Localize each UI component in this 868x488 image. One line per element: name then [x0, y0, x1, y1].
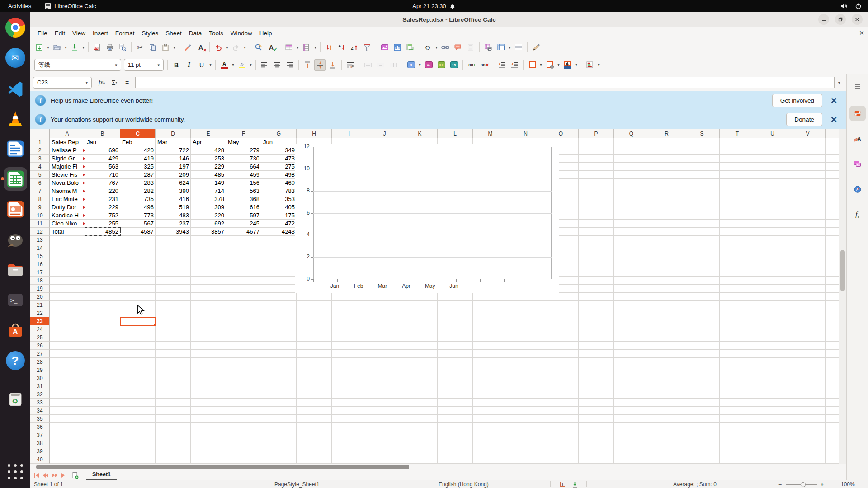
cell-G4[interactable]: 275: [261, 163, 297, 171]
menu-data[interactable]: Data: [185, 28, 206, 38]
cell-B2[interactable]: 696: [85, 146, 120, 155]
highlight-color-button[interactable]: [236, 59, 248, 71]
row-header-37[interactable]: 37: [30, 431, 50, 439]
cell-G3[interactable]: 473: [261, 155, 297, 163]
close-infobar-icon[interactable]: ✕: [827, 96, 842, 106]
cell-F9[interactable]: 616: [226, 203, 261, 211]
row-header-21[interactable]: 21: [30, 301, 50, 309]
borders-button[interactable]: [526, 59, 538, 71]
spelling-button[interactable]: A✓: [265, 42, 277, 53]
menu-help[interactable]: Help: [256, 28, 276, 38]
last-sheet-button[interactable]: [60, 471, 67, 479]
cell-F10[interactable]: 597: [226, 211, 261, 220]
row-header-10[interactable]: 10: [30, 211, 50, 220]
column-header-K[interactable]: K: [402, 129, 438, 138]
menu-file[interactable]: File: [34, 28, 51, 38]
align-top-button[interactable]: [302, 59, 313, 71]
row-header-15[interactable]: 15: [30, 252, 50, 260]
sidebar-tab-sidebar-settings[interactable]: [849, 79, 866, 94]
cell-G12[interactable]: 4243: [261, 228, 297, 236]
cell-B3[interactable]: 429: [85, 155, 120, 163]
cell-C9[interactable]: 496: [120, 203, 156, 211]
special-character-button[interactable]: Ω: [422, 42, 434, 53]
dock-terminal[interactable]: >_: [4, 288, 27, 312]
column-header-M[interactable]: M: [473, 129, 508, 138]
insert-pivot-table-button[interactable]: [404, 42, 416, 53]
name-box[interactable]: C23 ▾: [33, 77, 92, 89]
dock-ubuntu-software[interactable]: A: [4, 319, 27, 342]
cell-D4[interactable]: 197: [156, 163, 191, 171]
sidebar-tab-gallery[interactable]: [849, 156, 866, 172]
cell-E2[interactable]: 428: [191, 146, 226, 155]
insert-chart-button[interactable]: [392, 42, 403, 53]
column-header-A[interactable]: A: [50, 129, 85, 138]
average-sum-status[interactable]: Average: ; Sum: 0: [673, 481, 717, 488]
align-left-button[interactable]: [259, 59, 270, 71]
clear-formatting-button[interactable]: A✕: [195, 42, 207, 53]
cut-button[interactable]: ✂: [134, 42, 146, 53]
cell-D6[interactable]: 624: [156, 179, 191, 187]
row-header-30[interactable]: 30: [30, 374, 50, 382]
cell-B10[interactable]: 752: [85, 211, 120, 220]
cell-G11[interactable]: 472: [261, 220, 297, 228]
close-button[interactable]: [852, 14, 863, 25]
row-header-1[interactable]: 1: [30, 138, 50, 146]
menu-view[interactable]: View: [69, 28, 89, 38]
sidebar-tab-navigator[interactable]: [849, 182, 866, 197]
dock-files[interactable]: [4, 258, 27, 282]
border-style-dropdown[interactable]: ▾: [556, 63, 561, 67]
cell-B12[interactable]: 4852: [85, 228, 120, 236]
titlebar[interactable]: SalesRep.xlsx - LibreOffice Calc: [30, 12, 868, 27]
clock-menu[interactable]: Apr 21 23:30: [412, 3, 455, 9]
function-wizard-button[interactable]: fxx: [96, 77, 108, 88]
print-button[interactable]: [104, 42, 116, 53]
increase-indent-button[interactable]: [496, 59, 508, 71]
column-header-I[interactable]: I: [332, 129, 367, 138]
cell-C7[interactable]: 282: [120, 187, 156, 195]
menu-format[interactable]: Format: [112, 28, 138, 38]
font-size-combo[interactable]: 11 pt▾: [124, 59, 164, 71]
sum-button[interactable]: Σ▾: [108, 77, 120, 88]
underline-button[interactable]: U: [196, 59, 208, 71]
cell-C12[interactable]: 4587: [120, 228, 156, 236]
column-header-T[interactable]: T: [720, 129, 755, 138]
redo-dropdown[interactable]: ▾: [242, 46, 247, 50]
language-status[interactable]: English (Hong Kong): [439, 481, 489, 488]
cell-G7[interactable]: 783: [261, 187, 297, 195]
cell-C11[interactable]: 567: [120, 220, 156, 228]
cell-E12[interactable]: 3857: [191, 228, 226, 236]
cell-G1[interactable]: Jun: [261, 138, 297, 146]
insert-row-button[interactable]: [283, 42, 295, 53]
draw-functions-button[interactable]: [530, 42, 542, 53]
donate-button[interactable]: Donate: [786, 113, 822, 126]
dock-app-grid[interactable]: [4, 460, 27, 483]
cell-A6[interactable]: Nova Bolo: [50, 179, 85, 187]
zoom-level[interactable]: 100%: [841, 481, 855, 488]
menu-edit[interactable]: Edit: [51, 28, 69, 38]
row-header-4[interactable]: 4: [30, 163, 50, 171]
cell-D2[interactable]: 722: [156, 146, 191, 155]
row-header-14[interactable]: 14: [30, 244, 50, 252]
conditional-formatting-dropdown[interactable]: ▾: [596, 63, 601, 67]
row-header-22[interactable]: 22: [30, 309, 50, 317]
sheet-tab-sheet1[interactable]: Sheet1: [86, 470, 117, 480]
print-area-button[interactable]: [482, 42, 494, 53]
cell-A3[interactable]: Sigrid Gr: [50, 155, 85, 163]
cell-B11[interactable]: 255: [85, 220, 120, 228]
sort-button[interactable]: [323, 42, 335, 53]
format-currency-button[interactable]: 0: [405, 59, 417, 71]
save-dropdown[interactable]: ▾: [81, 46, 86, 50]
cell-A10[interactable]: Kandice H: [50, 211, 85, 220]
zoom-slider-thumb[interactable]: [801, 482, 806, 487]
embedded-chart[interactable]: 024681012JanFebMarAprMayJun: [295, 144, 559, 293]
dock-chrome[interactable]: [4, 16, 27, 39]
cell-B1[interactable]: Jan: [85, 138, 120, 146]
row-header-26[interactable]: 26: [30, 342, 50, 350]
cell-C2[interactable]: 420: [120, 146, 156, 155]
row-header-12[interactable]: 12: [30, 228, 50, 236]
format-number-button[interactable]: 0.0: [435, 59, 447, 71]
split-window-button[interactable]: [513, 42, 524, 53]
column-header-C[interactable]: C: [120, 129, 156, 138]
column-header-R[interactable]: R: [649, 129, 684, 138]
cell-F4[interactable]: 664: [226, 163, 261, 171]
